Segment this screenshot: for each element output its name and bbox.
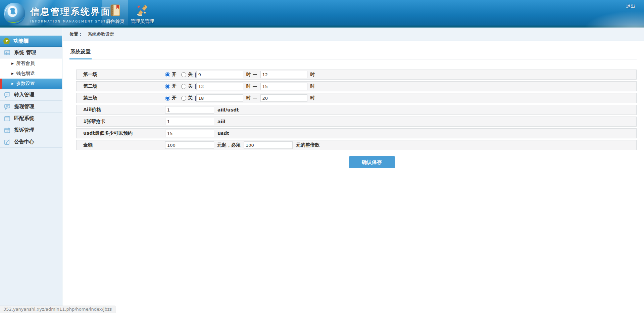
amount-middle-label: 元起，必须 xyxy=(217,142,241,148)
sidebar-item-label: 投诉管理 xyxy=(14,127,34,133)
radio-off-label: 关 xyxy=(188,72,193,78)
session2-end-input[interactable] xyxy=(260,83,307,90)
breadcrumb-label: 位置： xyxy=(69,31,83,37)
calendar-icon xyxy=(4,115,10,122)
sidebar-item-label: 转入管理 xyxy=(14,92,34,98)
row-label: 第三场 xyxy=(77,95,165,101)
sidebar-item-withdraw-manage[interactable]: 提现管理 xyxy=(0,101,62,113)
sidebar-item-transfer-manage[interactable]: 转入管理 xyxy=(0,89,62,101)
header-tabs: 后台首页 管理员管理 xyxy=(102,0,157,28)
row-label: Aiil价格 xyxy=(77,107,165,113)
row-label: 金额 xyxy=(77,142,165,148)
aiil-price-input[interactable] xyxy=(165,106,214,114)
sidebar-panel-title: 功能欄 xyxy=(13,38,29,44)
sidebar-item-label: 提现管理 xyxy=(14,103,34,110)
unit-label: aiil xyxy=(217,119,226,124)
sidebar-item-parameter-settings[interactable]: ▶ 参数设置 xyxy=(0,79,62,89)
tab-admin-manage[interactable]: 管理员管理 xyxy=(128,0,157,28)
sidebar-item-system-manage[interactable]: 系统 管理 xyxy=(0,47,62,58)
sidebar-panel-header[interactable]: 功能欄 xyxy=(0,36,62,47)
session3-end-input[interactable] xyxy=(260,94,307,102)
row-controls: 开 关 | 时 — 时 xyxy=(165,71,315,78)
save-button-wrap: 确认保存 xyxy=(76,156,637,168)
edit-icon xyxy=(4,139,10,145)
row-controls: aiil/usdt xyxy=(165,106,239,114)
app-header: 信息管理系统界面 INFORMATION MANAGEMENT SYSTEM G… xyxy=(0,0,644,28)
session3-on-radio[interactable] xyxy=(165,96,170,101)
sidebar-item-announcement-center[interactable]: 公告中心 xyxy=(0,136,62,148)
calendar-icon xyxy=(4,127,10,133)
sidebar-item-complaint-manage[interactable]: 投诉管理 xyxy=(0,124,62,136)
row-label: 1张帮抢卡 xyxy=(77,119,165,125)
session1-off-radio[interactable] xyxy=(181,72,186,77)
arrow-right-icon: ▶ xyxy=(11,62,14,65)
row-controls: aiil xyxy=(165,118,226,125)
radio-on-label: 开 xyxy=(172,72,177,78)
sidebar-item-wallet-gift[interactable]: ▶ 钱包增送 xyxy=(0,69,62,79)
content-tabs-bar: 系统设置 xyxy=(69,48,637,59)
hour-label: 时 xyxy=(310,72,315,78)
row-label: 第二场 xyxy=(77,83,165,89)
row-controls: usdt xyxy=(165,130,229,137)
radio-off-label: 关 xyxy=(188,83,193,89)
amount-base-input[interactable] xyxy=(165,141,214,149)
sidebar-item-label: 系统 管理 xyxy=(14,49,36,56)
session3-start-input[interactable] xyxy=(196,94,243,102)
session2-start-input[interactable] xyxy=(196,83,243,90)
grab-card-input[interactable] xyxy=(165,118,214,125)
app-logo-icon xyxy=(3,2,26,25)
sidebar: 功能欄 系统 管理 ▶ 所有會員 ▶ 钱包增送 ▶ 参数设置 转入管理 xyxy=(0,28,62,313)
radio-off-label: 关 xyxy=(188,95,193,101)
tab-system-settings[interactable]: 系统设置 xyxy=(69,49,92,59)
sidebar-subitem-label: 参数设置 xyxy=(16,81,35,87)
hour-dash-label: 时 — xyxy=(246,83,257,89)
hour-label: 时 xyxy=(310,95,315,101)
usdt-min-input[interactable] xyxy=(165,130,214,137)
arrow-right-icon: ▶ xyxy=(11,72,14,75)
chat-icon xyxy=(4,103,10,110)
status-bar-url: 352.yanyanshi.xyz/admin11.php/home/index… xyxy=(0,306,115,313)
radio-on-label: 开 xyxy=(172,95,177,101)
sidebar-subgroup: ▶ 所有會員 ▶ 钱包增送 ▶ 参数设置 xyxy=(0,58,62,89)
hour-dash-label: 时 — xyxy=(246,72,257,78)
row-controls: 元起，必须 元的整倍数 xyxy=(165,141,319,149)
amount-suffix-label: 元的整倍数 xyxy=(296,142,319,148)
settings-form: 第一场 开 关 | 时 — 时 第二场 开 关 | xyxy=(76,70,637,168)
breadcrumb: 位置： 系统参数设定 xyxy=(63,28,644,41)
pencil-ruler-icon xyxy=(136,4,149,17)
unit-label: aiil/usdt xyxy=(217,107,239,113)
main-content: 系统设置 第一场 开 关 | 时 — 时 第二场 开 xyxy=(63,41,644,313)
session1-start-input[interactable] xyxy=(196,71,243,78)
sidebar-subitem-label: 所有會員 xyxy=(16,60,35,66)
session1-on-radio[interactable] xyxy=(165,72,170,77)
session1-end-input[interactable] xyxy=(260,71,307,78)
collapse-circle-icon xyxy=(3,38,10,44)
confirm-save-button[interactable]: 确认保存 xyxy=(349,156,395,168)
form-row-session-1: 第一场 开 关 | 时 — 时 xyxy=(76,70,637,80)
row-controls: 开 关 | 时 — 时 xyxy=(165,94,315,102)
form-row-session-2: 第二场 开 关 | 时 — 时 xyxy=(76,81,637,91)
amount-multiple-input[interactable] xyxy=(244,141,293,149)
form-row-usdt-min: usdt最低多少可以预约 usdt xyxy=(76,128,637,138)
arrow-right-icon: ▶ xyxy=(11,82,14,85)
tab-backend-home[interactable]: 后台首页 xyxy=(102,0,128,28)
hour-label: 时 xyxy=(310,83,315,89)
sidebar-item-all-members[interactable]: ▶ 所有會員 xyxy=(0,58,62,69)
grid-icon xyxy=(4,49,10,56)
sidebar-item-label: 匹配系统 xyxy=(14,115,34,122)
radio-on-label: 开 xyxy=(172,83,177,89)
session2-off-radio[interactable] xyxy=(181,84,186,89)
hour-dash-label: 时 — xyxy=(246,95,257,101)
sidebar-subitem-label: 钱包增送 xyxy=(16,71,35,77)
session2-on-radio[interactable] xyxy=(165,84,170,89)
row-controls: 开 关 | 时 — 时 xyxy=(165,83,315,90)
row-label: 第一场 xyxy=(77,72,165,78)
unit-label: usdt xyxy=(217,131,229,136)
form-row-grab-card: 1张帮抢卡 aiil xyxy=(76,117,637,127)
chat-icon xyxy=(4,92,10,98)
form-row-session-3: 第三场 开 关 | 时 — 时 xyxy=(76,93,637,103)
sidebar-item-match-system[interactable]: 匹配系统 xyxy=(0,113,62,124)
session3-off-radio[interactable] xyxy=(181,96,186,101)
breadcrumb-current: 系统参数设定 xyxy=(88,31,114,37)
logout-link[interactable]: 退出 xyxy=(626,3,635,9)
